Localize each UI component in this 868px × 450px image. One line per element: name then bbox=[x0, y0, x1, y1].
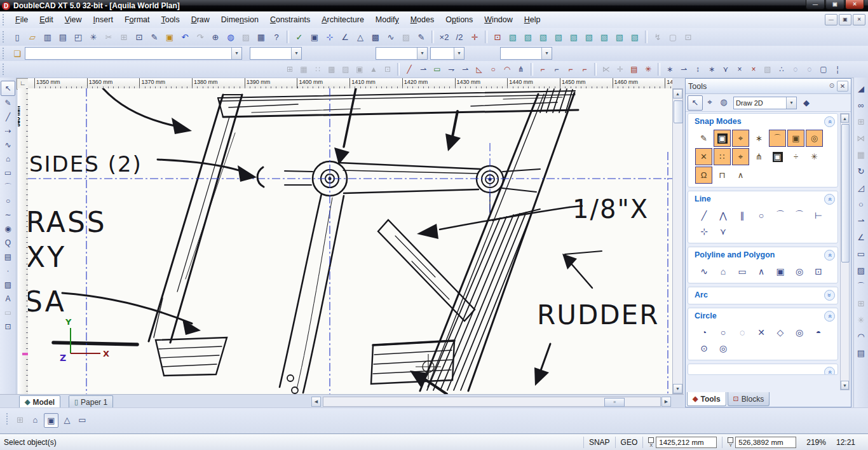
array-modify-icon[interactable]: ▦ bbox=[855, 146, 867, 163]
menu-modes[interactable]: Modes bbox=[405, 13, 440, 26]
arc-tool-icon[interactable]: ◠ bbox=[501, 63, 513, 76]
combo-arrow-icon[interactable]: ▾ bbox=[454, 48, 464, 59]
fillet-radius-icon[interactable]: ⌐ bbox=[564, 63, 577, 76]
array-rect-icon[interactable]: ▦ bbox=[297, 63, 310, 76]
construction-trd-icon[interactable]: ▧ bbox=[761, 63, 774, 76]
save-icon[interactable]: ▥ bbox=[41, 30, 55, 44]
construction-vline-icon[interactable]: ↕ bbox=[691, 63, 704, 76]
select-tool-icon[interactable]: ↖ bbox=[1, 81, 15, 96]
copy-icon[interactable]: ⊞ bbox=[117, 30, 131, 44]
mdi-close-button[interactable]: ✕ bbox=[853, 14, 865, 25]
sketch-tool-icon[interactable]: ✎ bbox=[1, 96, 15, 110]
collapse-chevron-icon[interactable]: « bbox=[824, 367, 835, 376]
node-edit-icon[interactable]: ⇀ bbox=[855, 212, 867, 229]
horizontal-scroll-thumb[interactable]: ≡ bbox=[604, 398, 625, 407]
offset-icon[interactable]: ▩ bbox=[325, 63, 338, 76]
menu-format[interactable]: Format bbox=[119, 13, 156, 26]
scroll-down-icon[interactable]: ▼ bbox=[673, 384, 682, 393]
menu-window[interactable]: Window bbox=[478, 13, 518, 26]
quick-render-icon[interactable]: ↯ bbox=[651, 30, 665, 44]
settings-icon[interactable]: ✳ bbox=[86, 30, 100, 44]
snap-verify-icon[interactable]: ▣ bbox=[769, 148, 786, 165]
menu-insert[interactable]: Insert bbox=[88, 13, 119, 26]
minimize-button[interactable]: — bbox=[806, 0, 825, 10]
select-frame-icon[interactable]: ▢ bbox=[666, 30, 680, 44]
menu-modify[interactable]: Modify bbox=[370, 13, 405, 26]
spell-check-icon[interactable]: ✓ bbox=[292, 30, 306, 44]
point-icon[interactable]: · bbox=[1, 264, 15, 278]
table-icon[interactable]: ▭ bbox=[1, 306, 15, 320]
menu-dimension[interactable]: Dimension bbox=[215, 13, 264, 26]
fillet-all-icon[interactable]: ⌐ bbox=[578, 63, 591, 76]
snap-ortho-icon[interactable]: Ω bbox=[695, 167, 712, 184]
snap-toggle-icon[interactable]: ▣ bbox=[714, 130, 731, 147]
style-bucket-icon[interactable]: ◆ bbox=[799, 96, 813, 110]
rotate-block-icon[interactable]: ⊡ bbox=[381, 63, 394, 76]
format-painter-icon[interactable]: ✎ bbox=[147, 30, 161, 44]
scroll-up-icon[interactable]: ▲ bbox=[841, 114, 849, 123]
double-polygon-icon[interactable]: ◎ bbox=[790, 263, 809, 279]
rectangle-tool-icon[interactable]: ▭ bbox=[431, 63, 444, 76]
zoom-extents-icon[interactable]: ◍ bbox=[224, 30, 238, 44]
shear-icon[interactable]: ◿ bbox=[855, 179, 867, 196]
scroll-down-icon[interactable]: ▼ bbox=[841, 381, 849, 390]
menu-grip[interactable] bbox=[3, 14, 7, 25]
geo-toggle[interactable]: GEO bbox=[615, 437, 643, 448]
select-mode-icon[interactable]: ▣ bbox=[44, 413, 58, 428]
panel-scrollbar[interactable]: ▲ ▼ bbox=[840, 113, 850, 390]
scroll-left-icon[interactable]: ◀ bbox=[311, 397, 321, 407]
collapse-chevron-icon[interactable]: « bbox=[824, 250, 835, 261]
mirror-icon[interactable]: ▲ bbox=[367, 63, 380, 76]
combo-color[interactable]: ▾ bbox=[376, 47, 428, 60]
print-modify-icon[interactable]: ▤ bbox=[855, 344, 867, 361]
array-polar-icon[interactable]: ∷ bbox=[311, 63, 324, 76]
snap-caps-icon[interactable]: ⊓ bbox=[714, 167, 731, 184]
spline-icon[interactable]: ∼ bbox=[1, 208, 15, 222]
curve-tool-icon[interactable]: ∿ bbox=[384, 30, 398, 44]
construction-divider-icon[interactable]: ¦ bbox=[831, 63, 844, 76]
pattern-icon[interactable]: ▩ bbox=[369, 30, 383, 44]
selection-info-icon[interactable]: ⊞ bbox=[13, 413, 27, 426]
print-preview-icon[interactable]: ◰ bbox=[71, 30, 85, 44]
rectangle-section-icon[interactable]: ▭ bbox=[733, 263, 752, 279]
line-perpendicular-icon[interactable]: ⊢ bbox=[809, 207, 828, 223]
construction-2pt-icon[interactable]: ∗ bbox=[705, 63, 718, 76]
canvas-horizontal-scrollbar[interactable]: ≡ bbox=[323, 397, 661, 407]
workspace-icon[interactable]: ⌂ bbox=[29, 413, 42, 426]
circle-three-point-icon[interactable]: ◌ bbox=[733, 324, 752, 340]
calculator-icon[interactable]: ▦ bbox=[254, 30, 268, 44]
construction-square-icon[interactable]: ▢ bbox=[817, 63, 830, 76]
snap-toggle[interactable]: SNAP bbox=[583, 437, 615, 448]
line-angular-icon[interactable]: ⋎ bbox=[714, 223, 733, 239]
area-measure-icon[interactable]: △ bbox=[353, 30, 367, 44]
tab-model[interactable]: ◈ Model bbox=[19, 395, 60, 408]
viewport-frame-icon[interactable]: ▭ bbox=[76, 413, 89, 426]
snap-grid-icon[interactable]: ∷ bbox=[714, 148, 731, 165]
view-iso-ne-icon[interactable]: ▧ bbox=[597, 30, 611, 44]
trim-circles-icon[interactable]: ∞ bbox=[855, 97, 867, 113]
line-perpendicular-arc-icon[interactable]: ⊹ bbox=[695, 223, 714, 239]
irregular-polygon-icon[interactable]: ▣ bbox=[771, 263, 790, 279]
construction-scatter-icon[interactable]: ∴ bbox=[775, 63, 788, 76]
panel-tab-blocks[interactable]: ⊡Blocks bbox=[728, 392, 770, 406]
panel-close-icon[interactable]: ✕ bbox=[837, 81, 848, 92]
plot-icon[interactable]: ▤ bbox=[628, 63, 641, 76]
circle-center-point-icon[interactable]: ◔ bbox=[695, 324, 714, 340]
toolbar-grip[interactable] bbox=[3, 64, 7, 75]
horizontal-ruler[interactable]: 1350 mm1360 mm1370 mm1380 mm1390 mm1400 … bbox=[28, 78, 672, 89]
redo-icon[interactable]: ↷ bbox=[193, 30, 207, 44]
arc-modify-icon[interactable]: ◠ bbox=[855, 328, 867, 344]
explode-icon[interactable]: ✳ bbox=[855, 311, 867, 328]
snap-angle-icon[interactable]: ∧ bbox=[732, 167, 749, 184]
construction-point-icon[interactable]: ∗ bbox=[663, 63, 676, 76]
toolbar-grip[interactable] bbox=[3, 31, 7, 43]
view-rotate-icon[interactable]: ⊡ bbox=[491, 30, 505, 44]
paste-icon[interactable]: ⊡ bbox=[132, 30, 146, 44]
polygon-icon[interactable]: ⌂ bbox=[1, 152, 15, 166]
angle-pick-icon[interactable]: ⋔ bbox=[515, 63, 527, 76]
menu-file[interactable]: File bbox=[10, 13, 34, 26]
copy-entities-icon[interactable]: ⊞ bbox=[283, 63, 296, 76]
circle-icon[interactable]: ○ bbox=[1, 194, 15, 208]
circle-two-point-icon[interactable]: ○ bbox=[714, 324, 733, 340]
snap-arc-center-icon[interactable]: ⌒ bbox=[769, 130, 786, 147]
